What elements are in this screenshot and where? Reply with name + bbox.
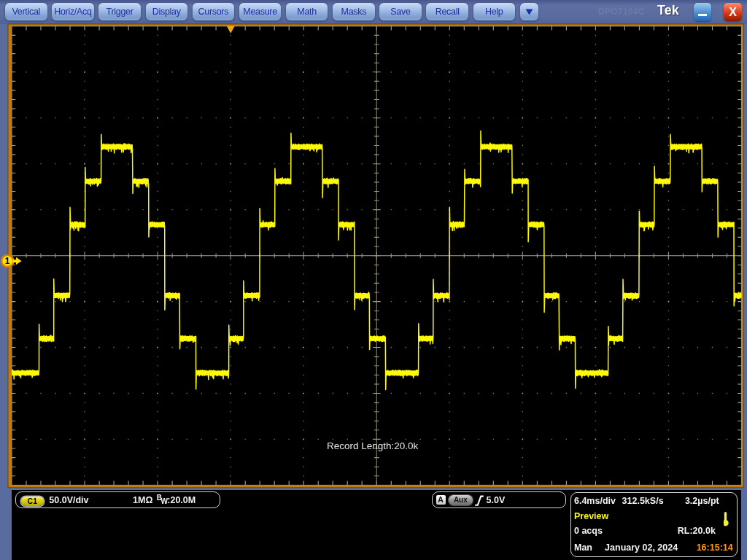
svg-text:Record Length:20.0k: Record Length:20.0k <box>327 440 419 451</box>
svg-text:1: 1 <box>5 256 10 266</box>
